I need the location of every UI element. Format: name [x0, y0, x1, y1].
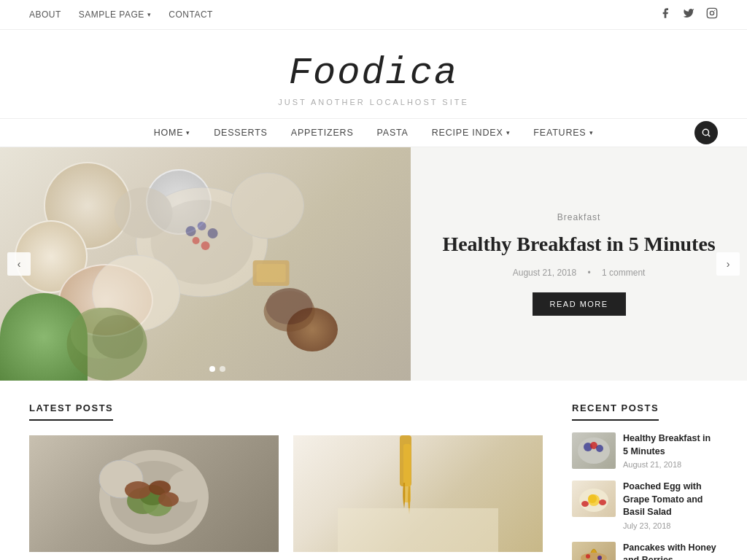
svg-point-12	[208, 228, 218, 238]
hero-image	[0, 147, 411, 381]
slider-next-button[interactable]: ›	[716, 252, 740, 276]
nav-sample-page[interactable]: SAMPLE PAGE ▾	[79, 9, 151, 20]
svg-point-13	[193, 237, 200, 244]
svg-point-3	[703, 129, 708, 135]
chevron-down-icon: ▾	[186, 129, 190, 136]
svg-point-42	[581, 501, 589, 507]
svg-point-10	[186, 226, 196, 236]
svg-rect-21	[257, 264, 286, 282]
recent-post-title-2: Poached Egg with Grape Tomato and Basil …	[623, 481, 718, 519]
hero-separator: •	[588, 268, 591, 278]
nav-home[interactable]: HOME ▾	[154, 128, 191, 138]
top-nav: ABOUT SAMPLE PAGE ▾ CONTACT	[0, 0, 747, 30]
recent-post-date-2: July 23, 2018	[623, 521, 718, 530]
main-nav: HOME ▾ DESSERTS APPETIZERS PASTA RECIPE …	[0, 118, 747, 147]
recent-post-info-3: Pancakes with Honey and Berries July 10,…	[623, 542, 718, 561]
nav-pasta[interactable]: PASTA	[377, 128, 409, 138]
hero-category: Breakfast	[557, 212, 601, 222]
read-more-button[interactable]: READ MORE	[533, 292, 626, 316]
svg-point-1	[710, 11, 713, 15]
recent-post-info-1: Healthy Breakfast in 5 Minutes August 21…	[623, 432, 718, 469]
facebook-icon[interactable]	[659, 7, 671, 22]
recent-post-title-1: Healthy Breakfast in 5 Minutes	[623, 432, 718, 458]
search-button[interactable]	[694, 121, 718, 144]
recent-post-date-1: August 21, 2018	[623, 460, 718, 469]
svg-line-4	[708, 135, 711, 137]
nav-contact[interactable]: CONTACT	[169, 9, 213, 20]
chevron-down-icon: ▾	[147, 11, 152, 18]
svg-point-8	[231, 173, 304, 238]
posts-grid	[29, 435, 543, 552]
hero-title: Healthy Breakfast in 5 Minutes	[442, 231, 715, 257]
nav-features[interactable]: FEATURES ▾	[533, 128, 593, 138]
svg-point-43	[599, 499, 606, 505]
content-section: LATEST POSTS	[0, 381, 747, 560]
svg-point-46	[581, 553, 607, 561]
post-card-1[interactable]	[29, 435, 279, 552]
recent-post-title-3: Pancakes with Honey and Berries	[623, 542, 718, 561]
latest-posts-section: LATEST POSTS	[29, 402, 543, 560]
slider-dots	[209, 366, 225, 372]
hero-slider: Breakfast Healthy Breakfast in 5 Minutes…	[0, 147, 747, 381]
svg-point-41	[588, 494, 597, 503]
slider-dot-2[interactable]	[220, 366, 225, 372]
recent-post-thumb-1	[572, 432, 616, 469]
sidebar: RECENT POSTS Healthy Breakfast in 5 Minu…	[572, 402, 718, 560]
nav-desserts[interactable]: DESSERTS	[214, 128, 268, 138]
svg-point-38	[596, 445, 603, 452]
post-card-2[interactable]	[293, 435, 543, 552]
svg-point-35	[578, 438, 610, 464]
slider-prev-button[interactable]: ‹	[7, 252, 31, 276]
recent-post-3[interactable]: Pancakes with Honey and Berries July 10,…	[572, 542, 718, 561]
svg-point-48	[597, 556, 602, 560]
chevron-down-icon: ▾	[589, 129, 594, 136]
recent-post-thumb-2	[572, 481, 616, 517]
hero-content: Breakfast Healthy Breakfast in 5 Minutes…	[411, 147, 747, 381]
site-tagline: Just Another Localhost Site	[15, 98, 732, 106]
recent-posts-title: RECENT POSTS	[572, 402, 659, 421]
hero-comments: 1 comment	[602, 268, 645, 278]
hero-meta: August 21, 2018 • 1 comment	[508, 268, 650, 278]
svg-point-17	[93, 315, 144, 359]
chevron-down-icon: ▾	[506, 129, 511, 136]
top-nav-links: ABOUT SAMPLE PAGE ▾ CONTACT	[29, 9, 213, 20]
nav-recipe-index[interactable]: RECIPE INDEX ▾	[432, 128, 511, 138]
svg-point-31	[158, 492, 179, 507]
social-icons	[659, 7, 718, 22]
recent-post-2[interactable]: Poached Egg with Grape Tomato and Basil …	[572, 481, 718, 530]
post-thumb-2	[293, 435, 543, 552]
recent-post-info-2: Poached Egg with Grape Tomato and Basil …	[623, 481, 718, 530]
nav-appetizers[interactable]: APPETIZERS	[291, 128, 354, 138]
svg-rect-0	[707, 8, 716, 18]
svg-point-19	[266, 288, 313, 324]
svg-point-47	[586, 554, 590, 559]
svg-point-29	[125, 481, 151, 499]
twitter-icon[interactable]	[683, 7, 694, 22]
svg-point-2	[714, 10, 715, 11]
hero-date: August 21, 2018	[513, 268, 576, 278]
svg-point-11	[198, 222, 206, 230]
recent-post-thumb-3	[572, 542, 616, 561]
site-title: Foodica	[15, 52, 732, 95]
post-thumb-1	[29, 435, 279, 552]
svg-point-9	[115, 187, 173, 238]
svg-point-14	[201, 241, 210, 250]
svg-rect-34	[338, 508, 498, 552]
nav-about[interactable]: ABOUT	[29, 9, 61, 20]
instagram-icon[interactable]	[706, 7, 718, 22]
site-header: Foodica Just Another Localhost Site	[0, 30, 747, 118]
slider-dot-1[interactable]	[209, 366, 215, 372]
recent-post-1[interactable]: Healthy Breakfast in 5 Minutes August 21…	[572, 432, 718, 469]
latest-posts-title: LATEST POSTS	[29, 402, 113, 421]
